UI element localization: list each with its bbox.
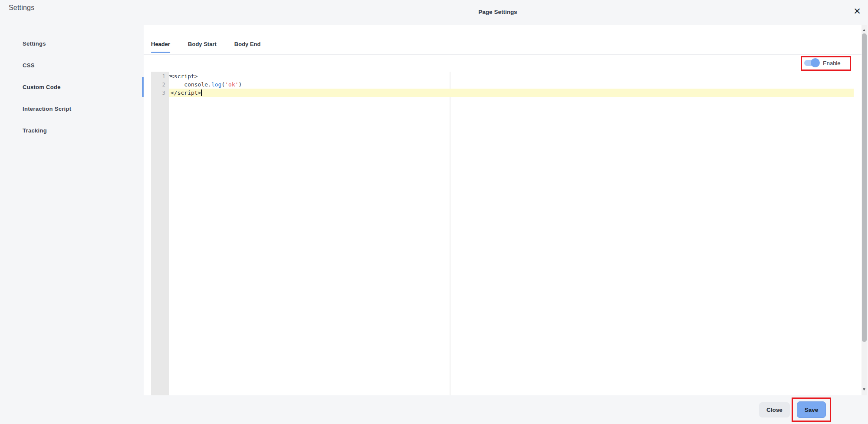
sidebar-item-custom-code[interactable]: Custom Code [0, 76, 144, 98]
app-title: Settings [9, 4, 34, 12]
settings-sidebar: SettingsCSSCustom CodeInteraction Script… [0, 33, 144, 141]
text-cursor [201, 89, 202, 96]
dialog-footer: Close Save [0, 395, 868, 424]
enable-toggle[interactable] [804, 60, 819, 66]
editor-gutter [151, 72, 169, 395]
editor-line-1: 1<script> [151, 72, 854, 80]
custom-code-panel: HeaderBody StartBody End 1<script>2 cons… [144, 25, 867, 395]
sidebar-item-interaction-script[interactable]: Interaction Script [0, 98, 144, 119]
panel-scrollbar[interactable] [861, 25, 867, 395]
close-dialog-button[interactable]: ✕ [850, 3, 865, 18]
sidebar-item-css[interactable]: CSS [0, 54, 144, 76]
editor-lines: 1<script>2 console.log('ok')3</script> [151, 72, 854, 97]
close-button[interactable]: Close [759, 402, 790, 417]
sidebar-item-tracking[interactable]: Tracking [0, 119, 144, 141]
editor-line-3: 3</script> [151, 89, 854, 97]
code-section-tabs: HeaderBody StartBody End [144, 25, 867, 55]
tab-header[interactable]: Header [151, 25, 170, 55]
line-number: 3 [151, 89, 169, 97]
code-line-content: </script> [169, 89, 854, 97]
dialog-title: Page Settings [478, 9, 517, 15]
code-line-content: console.log('ok') [169, 80, 854, 89]
save-button[interactable]: Save [797, 401, 826, 418]
scrollbar-down-arrow-icon[interactable] [861, 385, 867, 393]
editor-line-2: 2 console.log('ok') [151, 80, 854, 89]
close-icon: ✕ [853, 7, 861, 16]
enable-toggle-label: Enable [823, 60, 840, 66]
line-number: 1 [151, 72, 169, 80]
code-line-content: <script> [169, 72, 854, 80]
toggle-knob [811, 58, 820, 67]
scrollbar-up-arrow-icon[interactable] [861, 26, 867, 33]
tab-body-end[interactable]: Body End [234, 25, 261, 55]
scrollbar-thumb[interactable] [862, 33, 867, 342]
code-editor[interactable]: 1<script>2 console.log('ok')3</script> [151, 72, 854, 395]
fold-caret-icon[interactable] [169, 75, 172, 77]
line-number: 2 [151, 80, 169, 89]
tab-body-start[interactable]: Body Start [188, 25, 217, 55]
editor-print-margin [450, 72, 450, 395]
sidebar-item-settings[interactable]: Settings [0, 33, 144, 54]
